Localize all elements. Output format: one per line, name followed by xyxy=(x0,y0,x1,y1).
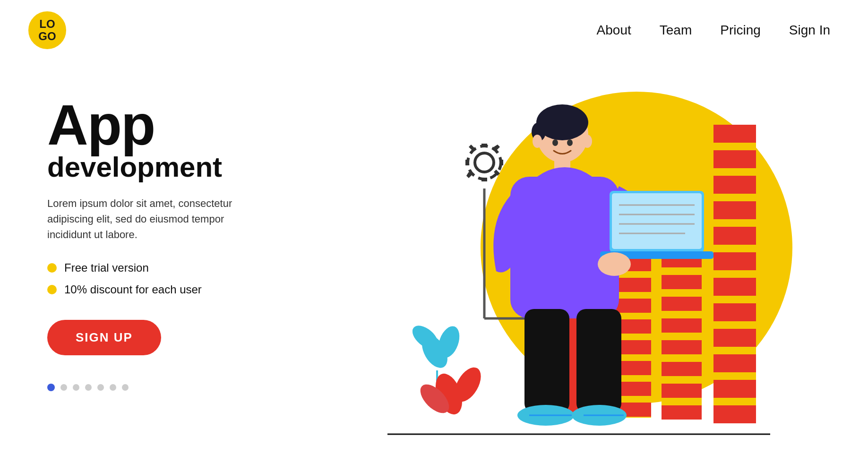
svg-rect-3 xyxy=(713,176,756,194)
svg-rect-5 xyxy=(713,227,756,245)
svg-rect-21 xyxy=(662,362,702,376)
svg-rect-7 xyxy=(713,278,756,296)
pagination-dot-1[interactable] xyxy=(60,384,67,391)
svg-point-55 xyxy=(598,252,631,276)
nav-about[interactable]: About xyxy=(597,23,631,38)
nav-team[interactable]: Team xyxy=(660,23,692,38)
pagination-dot-4[interactable] xyxy=(97,384,104,391)
svg-rect-9 xyxy=(713,329,756,347)
svg-rect-4 xyxy=(713,201,756,219)
svg-rect-22 xyxy=(662,384,702,398)
hero-left: App development Lorem ipsum dolor sit am… xyxy=(47,77,293,391)
hero-description: Lorem ipsum dolor sit amet, consectetur … xyxy=(47,196,236,242)
feature-item-2: 10% discount for each user xyxy=(47,283,293,296)
svg-rect-23 xyxy=(662,405,702,420)
svg-rect-10 xyxy=(713,354,756,372)
svg-point-33 xyxy=(475,153,494,172)
red-plant xyxy=(415,363,486,418)
pagination-dot-3[interactable] xyxy=(85,384,92,391)
hero-illustration xyxy=(321,77,830,463)
pagination-dot-0[interactable] xyxy=(47,384,55,391)
pagination-dot-2[interactable] xyxy=(73,384,79,391)
hero-subtitle: development xyxy=(47,153,293,181)
pagination-dot-5[interactable] xyxy=(110,384,116,391)
main-nav: About Team Pricing Sign In xyxy=(597,23,830,38)
svg-rect-6 xyxy=(713,252,756,270)
logo[interactable]: LO GO xyxy=(28,11,66,49)
feature-label-2: 10% discount for each user xyxy=(64,283,202,296)
svg-rect-12 xyxy=(713,405,756,423)
pagination-dot-6[interactable] xyxy=(122,384,129,391)
pagination xyxy=(47,384,293,391)
gear-icon xyxy=(465,144,503,181)
main-svg-illustration xyxy=(321,77,817,463)
nav-signin[interactable]: Sign In xyxy=(789,23,830,38)
svg-rect-17 xyxy=(662,275,702,289)
svg-rect-49 xyxy=(612,193,702,249)
blue-plant xyxy=(408,321,464,389)
svg-rect-2 xyxy=(713,150,756,168)
building-right xyxy=(613,125,756,423)
svg-rect-19 xyxy=(662,318,702,333)
feature-list: Free trial version 10% discount for each… xyxy=(47,261,293,296)
svg-rect-18 xyxy=(662,297,702,311)
svg-point-64 xyxy=(533,135,542,148)
svg-rect-57 xyxy=(576,309,621,413)
signup-button[interactable]: SIGN UP xyxy=(47,320,161,355)
svg-rect-8 xyxy=(713,303,756,321)
svg-point-65 xyxy=(583,135,592,148)
svg-rect-0 xyxy=(713,125,756,418)
svg-rect-1 xyxy=(713,125,756,143)
svg-point-63 xyxy=(567,139,573,146)
bullet-dot-1 xyxy=(47,263,57,273)
feature-label-1: Free trial version xyxy=(64,261,149,274)
svg-rect-11 xyxy=(713,380,756,398)
svg-rect-20 xyxy=(662,340,702,354)
bullet-dot-2 xyxy=(47,285,57,294)
svg-rect-27 xyxy=(613,299,651,313)
svg-point-62 xyxy=(552,139,558,146)
svg-rect-47 xyxy=(510,177,619,318)
nav-pricing[interactable]: Pricing xyxy=(720,23,761,38)
svg-rect-56 xyxy=(524,309,569,413)
hero-title: App xyxy=(47,96,293,153)
feature-item-1: Free trial version xyxy=(47,261,293,274)
